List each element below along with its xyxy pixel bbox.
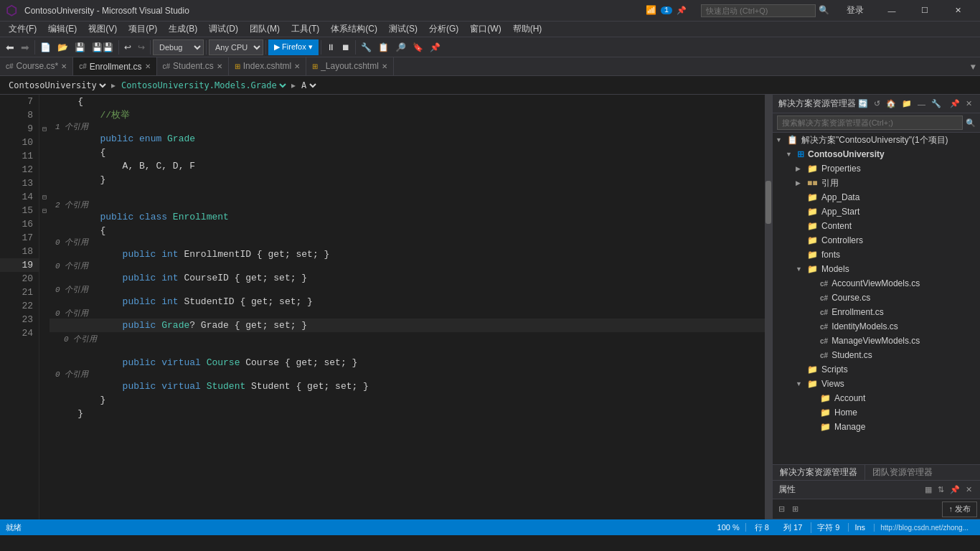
menu-edit[interactable]: 编辑(E) [42,22,83,37]
se-search-input[interactable] [777,116,963,130]
tree-item-ref[interactable]: ▶ ■■ 引用 [773,176,980,190]
tree-item-controllers[interactable]: 📁 Controllers [773,233,980,248]
tab-enrollment[interactable]: c# Enrollment.cs ✕ [73,57,156,75]
props-close-button[interactable]: ✕ [963,484,974,495]
menu-test[interactable]: 测试(S) [383,22,423,37]
tree-item-course[interactable]: c# Course.cs [773,291,980,305]
menu-debug[interactable]: 调试(D) [203,22,244,37]
tab-student[interactable]: c# Student.cs ✕ [157,57,229,75]
toolbar-btn-1[interactable]: ⏸ [324,39,338,56]
collapse-class[interactable]: ⊟ [39,122,50,136]
toolbar-btn-2[interactable]: ⏹ [339,39,353,56]
debug-config-dropdown[interactable]: Debug Release [153,39,204,55]
props-pin-button[interactable]: 📌 [948,484,962,495]
menu-arch[interactable]: 体系结构(C) [325,22,383,37]
save-button[interactable]: 💾 [72,39,88,56]
props-grid-button[interactable]: ▦ [923,484,934,495]
menu-file[interactable]: 文件(F) [3,22,42,37]
se-properties-button[interactable]: 🔧 [929,98,943,109]
tab-layout[interactable]: ⊞ _Layout.cshtml ✕ [306,57,394,75]
new-project-button[interactable]: 📄 [37,39,54,56]
tree-item-account[interactable]: 📁 Account [773,391,980,405]
tree-item-solution[interactable]: ▼ 📋 解决方案"ContosoUniversity"(1个项目) [773,133,980,147]
tab-close-icon[interactable]: ✕ [61,62,67,70]
tree-item-content[interactable]: 📁 Content [773,219,980,233]
tab-close-icon[interactable]: ✕ [382,62,387,70]
tree-item-fonts[interactable]: 📁 fonts [773,248,980,262]
se-show-files-button[interactable]: 📁 [900,98,914,109]
open-button[interactable]: 📂 [55,39,71,56]
symbol-selector[interactable]: A [298,80,319,91]
tab-index[interactable]: ⊞ Index.cshtml ✕ [229,57,306,75]
props-btn-1[interactable]: ⊟ [776,501,788,517]
props-sort-button[interactable]: ⇅ [936,484,946,495]
tree-item-manageviewmodels[interactable]: c# ManageViewModels.cs [773,334,980,348]
tree-item-scripts[interactable]: 📁 Scripts [773,362,980,377]
namespace-selector[interactable]: ContosoUniversity.Models.Grade [118,80,288,91]
se-sync-button[interactable]: 🔄 [856,98,870,109]
collapse-body[interactable]: ⊟ [39,204,50,217]
item-label: 引用 [821,177,839,189]
tree-item-views[interactable]: ▼ 📁 Views [773,377,980,391]
toolbar-btn-3[interactable]: 🔧 [358,39,374,56]
tree-item-models[interactable]: ▼ 📁 Models [773,262,980,276]
tab-team[interactable]: 团队资源管理器 [865,465,940,481]
close-button[interactable]: ✕ [941,0,974,22]
tree-item-appdata[interactable]: 📁 App_Data [773,190,980,204]
code-editor[interactable]: 7 8 9 10 11 12 13 14 15 16 17 18 19 20 2… [0,95,772,519]
toolbar-btn-4[interactable]: 📋 [375,39,392,56]
run-button[interactable]: ▶ Firefox ▾ [268,39,319,55]
minimize-button[interactable]: — [875,0,908,22]
tree-item-home[interactable]: 📁 Home [773,405,980,420]
tab-close-icon[interactable]: ✕ [145,62,151,70]
zoom-level[interactable]: 100 % [717,523,746,532]
tree-item-enrollment[interactable]: c# Enrollment.cs [773,305,980,319]
tree-item-project[interactable]: ▼ ⊞ ContosoUniversity [773,147,980,161]
toolbar-btn-7[interactable]: 📌 [427,39,443,56]
menu-tools[interactable]: 工具(T) [286,22,325,37]
code-content[interactable]: { //枚举 1 个引用 public enum Grade [50,95,765,519]
se-pin-button[interactable]: 📌 [948,98,962,109]
menu-team[interactable]: 团队(M) [244,22,286,37]
scrollbar-thumb[interactable] [765,181,771,224]
tree-item-properties[interactable]: ▶ 📁 Properties [773,161,980,176]
se-collapse-button[interactable]: — [915,98,928,109]
tree-item-identity[interactable]: c# IdentityModels.cs [773,319,980,334]
tab-se[interactable]: 解决方案资源管理器 [773,465,865,481]
project-selector[interactable]: ContosoUniversity [6,80,108,91]
tab-course[interactable]: c# Course.cs* ✕ [0,57,73,75]
toolbar-btn-6[interactable]: 🔖 [410,39,426,56]
menu-analyze[interactable]: 分析(G) [423,22,464,37]
props-btn-2[interactable]: ⊞ [789,501,801,517]
menu-build[interactable]: 生成(B) [163,22,203,37]
login-label[interactable]: 登录 [841,4,870,17]
menu-view[interactable]: 视图(V) [83,22,123,37]
se-refresh-button[interactable]: ↺ [872,98,882,109]
se-home-button[interactable]: 🏠 [884,98,898,109]
collapse-enrollment[interactable]: ⊟ [39,190,50,204]
tab-overflow-button[interactable]: ▼ [966,60,980,75]
save-all-button[interactable]: 💾💾 [89,39,116,56]
quick-launch-input[interactable] [701,4,816,17]
back-button[interactable]: ⬅ [3,39,17,56]
tab-close-icon[interactable]: ✕ [294,62,300,70]
cpu-dropdown[interactable]: Any CPU [209,39,263,55]
forward-button[interactable]: ➡ [18,39,32,56]
toolbar-btn-5[interactable]: 🔎 [392,39,409,56]
redo-button[interactable]: ↪ [135,39,148,56]
props-publish-button[interactable]: ↑ 发布 [942,501,977,517]
tab-close-icon[interactable]: ✕ [217,62,222,70]
menu-project[interactable]: 项目(P) [123,22,163,37]
se-tree[interactable]: ▼ 📋 解决方案"ContosoUniversity"(1个项目) ▼ ⊞ Co… [773,133,980,464]
tree-item-manage[interactable]: 📁 Manage [773,420,980,434]
menu-help[interactable]: 帮助(H) [507,22,548,37]
undo-button[interactable]: ↩ [121,39,134,56]
tree-item-student[interactable]: c# Student.cs [773,348,980,362]
menu-window[interactable]: 窗口(W) [464,22,507,37]
tree-item-accountviewmodels[interactable]: c# AccountViewModels.cs [773,276,980,291]
vertical-scrollbar[interactable] [765,95,772,519]
tree-item-appstart[interactable]: 📁 App_Start [773,204,980,219]
code-line-20: 0 个引用 [50,332,765,346]
restore-button[interactable]: ☐ [908,0,941,22]
se-close-button[interactable]: ✕ [963,98,974,109]
